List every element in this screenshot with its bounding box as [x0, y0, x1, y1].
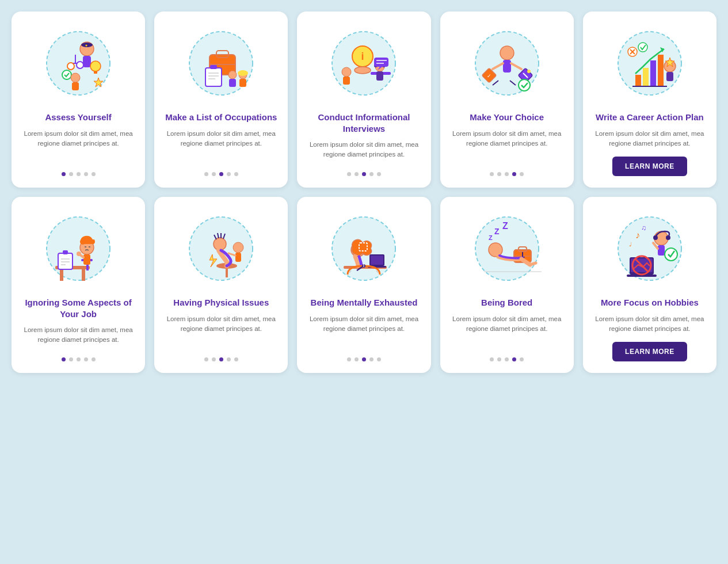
- dots-being-bored: [490, 357, 524, 361]
- svg-rect-30: [240, 71, 246, 74]
- svg-rect-105: [371, 256, 383, 265]
- svg-text:Z: Z: [502, 221, 508, 231]
- svg-rect-61: [658, 55, 664, 86]
- dot-4[interactable]: [234, 357, 238, 361]
- dot-3[interactable]: [227, 357, 231, 361]
- dot-0[interactable]: [490, 357, 494, 361]
- svg-point-13: [71, 73, 80, 82]
- cards-grid: Assess YourselfLorem ipsum dolor sit dim…: [12, 12, 716, 373]
- dot-4[interactable]: [234, 172, 238, 176]
- dot-2[interactable]: [505, 172, 509, 176]
- dots-informational-interviews: [347, 172, 381, 176]
- dot-1[interactable]: [355, 357, 359, 361]
- svg-rect-65: [666, 72, 673, 81]
- dot-4[interactable]: [520, 172, 524, 176]
- svg-point-10: [62, 70, 71, 79]
- dot-1[interactable]: [212, 172, 216, 176]
- svg-rect-26: [229, 79, 236, 87]
- card-body-being-bored: Lorem ipsum dolor sit dim amet, mea regi…: [449, 314, 565, 350]
- svg-rect-74: [82, 269, 85, 281]
- dot-1[interactable]: [69, 357, 73, 361]
- dot-1[interactable]: [355, 172, 359, 176]
- illustration-being-bored: Z Z Z: [467, 208, 547, 289]
- dot-2[interactable]: [219, 172, 223, 176]
- svg-rect-2: [83, 56, 91, 67]
- dot-0[interactable]: [204, 357, 208, 361]
- svg-rect-78: [63, 250, 68, 254]
- card-assess-yourself: Assess YourselfLorem ipsum dolor sit dim…: [12, 12, 145, 188]
- dot-2[interactable]: [77, 357, 81, 361]
- svg-point-98: [233, 242, 243, 253]
- dot-2[interactable]: [77, 172, 81, 176]
- dot-4[interactable]: [520, 357, 524, 361]
- dot-2[interactable]: [362, 357, 366, 361]
- card-mentally-exhausted: Being Mentally ExhaustedLorem ipsum dolo…: [297, 197, 430, 373]
- illustration-make-list: [181, 23, 261, 104]
- card-make-list: Make a List of OccupationsLorem ipsum do…: [154, 12, 288, 188]
- dot-3[interactable]: [512, 172, 516, 176]
- dot-0[interactable]: [204, 172, 208, 176]
- svg-rect-60: [650, 60, 656, 86]
- svg-point-25: [228, 71, 237, 79]
- dot-0[interactable]: [62, 172, 66, 176]
- svg-point-9: [77, 62, 83, 68]
- svg-point-8: [67, 63, 74, 70]
- svg-rect-48: [503, 60, 511, 73]
- card-body-make-list: Lorem ipsum dolor sit dim amet, mea regi…: [163, 129, 279, 165]
- dots-mentally-exhausted: [347, 357, 381, 361]
- illustration-more-focus-hobbies: ♪ ♫ ♩: [609, 208, 690, 289]
- dot-4[interactable]: [92, 172, 96, 176]
- illustration-career-action-plan: [609, 23, 690, 104]
- svg-text:Z: Z: [494, 227, 500, 236]
- dot-0[interactable]: [62, 357, 66, 361]
- dot-3[interactable]: [227, 172, 231, 176]
- dot-0[interactable]: [347, 357, 351, 361]
- dots-ignoring-job: [62, 357, 96, 361]
- svg-rect-37: [376, 71, 383, 81]
- svg-point-70: [638, 43, 647, 52]
- dot-4[interactable]: [377, 172, 381, 176]
- dot-2[interactable]: [219, 357, 223, 361]
- card-body-career-action-plan: Lorem ipsum dolor sit dim amet, mea regi…: [592, 129, 707, 149]
- svg-text:✓: ✓: [487, 73, 491, 79]
- dot-3[interactable]: [512, 357, 516, 361]
- card-informational-interviews: i Conduct Informational InterviewsLorem …: [297, 12, 430, 188]
- dot-1[interactable]: [497, 357, 501, 361]
- illustration-ignoring-job: [38, 208, 119, 289]
- learn-more-button-more-focus-hobbies[interactable]: LEARN MORE: [612, 342, 687, 361]
- dot-2[interactable]: [362, 172, 366, 176]
- card-title-informational-interviews: Conduct Informational Interviews: [306, 112, 421, 134]
- dot-3[interactable]: [369, 357, 373, 361]
- svg-rect-14: [72, 82, 79, 90]
- illustration-physical-issues: [181, 208, 261, 289]
- svg-rect-58: [635, 75, 641, 86]
- dot-1[interactable]: [212, 357, 216, 361]
- svg-rect-42: [374, 58, 388, 67]
- dot-3[interactable]: [369, 172, 373, 176]
- card-body-make-choice: Lorem ipsum dolor sit dim amet, mea regi…: [449, 129, 565, 165]
- dot-2[interactable]: [505, 357, 509, 361]
- svg-point-40: [342, 67, 351, 77]
- card-title-make-list: Make a List of Occupations: [165, 112, 277, 123]
- svg-point-89: [77, 251, 81, 256]
- svg-rect-41: [343, 77, 350, 85]
- svg-point-55: [527, 70, 531, 73]
- svg-point-83: [80, 239, 86, 245]
- dot-0[interactable]: [490, 172, 494, 176]
- card-body-informational-interviews: Lorem ipsum dolor sit dim amet, mea regi…: [306, 140, 421, 164]
- dot-4[interactable]: [92, 357, 96, 361]
- dot-4[interactable]: [377, 357, 381, 361]
- dot-3[interactable]: [84, 172, 88, 176]
- card-being-bored: Z Z Z Being BoredLorem ipsum dolor sit d…: [440, 197, 574, 373]
- dot-3[interactable]: [84, 357, 88, 361]
- svg-rect-28: [239, 79, 246, 87]
- learn-more-button-career-action-plan[interactable]: LEARN MORE: [612, 157, 687, 176]
- dot-1[interactable]: [69, 172, 73, 176]
- dots-assess-yourself: [62, 172, 96, 176]
- card-ignoring-job: Ignoring Some Aspects of Your JobLorem i…: [12, 197, 145, 373]
- dot-1[interactable]: [497, 172, 501, 176]
- svg-point-141: [665, 248, 677, 261]
- card-body-assess-yourself: Lorem ipsum dolor sit dim amet, mea regi…: [21, 129, 136, 165]
- dot-0[interactable]: [347, 172, 351, 176]
- svg-point-47: [500, 46, 514, 60]
